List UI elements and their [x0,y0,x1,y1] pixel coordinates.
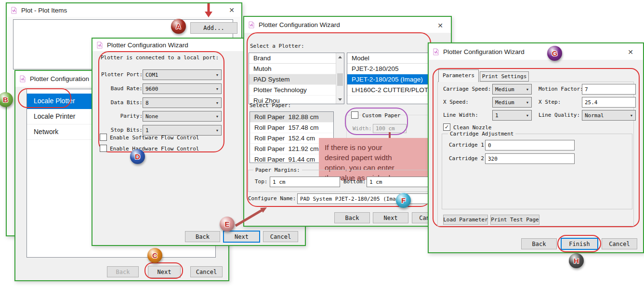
select-plotter-label: Select a Plotter: [250,43,304,50]
chevron-down-icon: ▼ [524,101,531,104]
parity-combo[interactable]: None▼ [143,111,222,122]
bottom-margin-input[interactable] [367,177,429,187]
select-paper-label: Select Paper: [250,102,291,109]
next-button[interactable]: Next [373,212,408,223]
back-button[interactable]: Back [107,266,139,277]
brand-item-selected[interactable]: PAD System [249,74,344,85]
finish-button[interactable]: Finish [561,238,598,250]
brand-header: Brand [249,53,344,64]
load-parameter-button[interactable]: Load Parameter [443,215,488,225]
marker-f: F [396,193,411,208]
plotter-port-combo[interactable]: COM1▼ [143,69,222,80]
chevron-down-icon: ▼ [213,73,221,77]
software-flow-checkbox[interactable] [100,134,107,141]
params-wizard-title: Plotter Configuration Wizard [443,48,525,55]
custom-paper-label: Custom Paper [362,112,400,119]
select-wizard-titlebar: Plotter Configuration Wizard ✕ [244,17,451,33]
paper-item-selected[interactable]: Roll Paper 182.88 cm [250,112,333,123]
model-header: Model [347,53,431,64]
chevron-down-icon: ▼ [213,101,221,105]
print-test-page-button[interactable]: Print Test Page [490,215,539,225]
line-width-label: Line Width: [443,110,478,121]
add-button[interactable]: Add... [190,22,237,34]
line-quality-combo[interactable]: Normal▼ [582,110,636,121]
cartridge-adjustment-label: Cartridge Adjustment [448,131,515,137]
scrollbar-down-icon[interactable] [338,98,342,101]
top-margin-input[interactable] [270,177,340,187]
window-params-wizard: Plotter Configuration Wizard ✕ Parameter… [428,42,644,253]
check-icon: ✓ [445,124,449,130]
x-speed-label: X Speed: [443,97,469,108]
screenshot-canvas: Plot - Plot Items ✕ Add... Plotter Confi… [0,0,644,287]
plotter-port-label: Plotter Port: [96,69,143,80]
port-heading: Plotter is connected to a local port: [101,55,219,61]
cartridge2-input[interactable] [485,153,575,164]
carriage-speed-label: Carriage Speed: [443,84,491,95]
model-item-selected[interactable]: PJET-2-180/205 (Image) [347,74,431,85]
select-wizard-title: Plotter Configuration Wizard [259,21,340,28]
motion-factor-label: Motion Factor: [539,84,583,95]
brand-item[interactable]: Mutoh [249,64,344,74]
close-icon[interactable]: ✕ [625,47,636,57]
back-button[interactable]: Back [185,231,220,242]
cartridge1-input[interactable] [485,140,575,150]
stop-bits-combo[interactable]: 1▼ [143,125,222,136]
chevron-down-icon: ▼ [213,115,221,118]
next-button[interactable]: Next [223,231,260,243]
model-item[interactable]: LH160C-2 CUTTER/PLOTTER [347,85,431,96]
software-flow-label: Enable Software Flow Control [110,135,199,141]
x-step-input[interactable] [582,97,636,108]
close-icon[interactable]: ✕ [434,21,446,30]
carriage-speed-combo[interactable]: Medium▼ [492,84,532,95]
back-button[interactable]: Back [334,212,370,223]
chevron-down-icon: ▼ [628,114,635,117]
marker-h: H [569,253,584,268]
configure-name-input[interactable] [297,193,431,204]
next-button[interactable]: Next [148,266,181,278]
back-button[interactable]: Back [521,238,557,249]
document-icon [248,21,255,28]
hardware-flow-label: Enable Hardware Flow Control [110,146,199,152]
scrollbar-thumb[interactable] [337,73,343,86]
line-quality-label: Line Quality: [539,110,580,121]
custom-paper-checkbox[interactable] [351,111,358,119]
baud-rate-combo[interactable]: 9600▼ [143,83,222,94]
brand-scrollbar[interactable] [336,53,344,104]
hardware-flow-checkbox[interactable] [100,145,107,152]
marker-e: E [220,217,235,232]
plot-titlebar: Plot - Plot Items ✕ [7,3,241,17]
port-wizard-title: Plotter Configuration Wizard [107,41,188,49]
close-icon[interactable]: ✕ [226,5,237,15]
scrollbar-up-icon[interactable] [338,56,342,58]
width-label: Width: [353,123,372,134]
chevron-down-icon: ▼ [213,129,221,132]
x-speed-combo[interactable]: Medium▼ [492,97,532,108]
chevron-down-icon: ▼ [524,88,531,91]
params-wizard-titlebar: Plotter Configuration Wizard ✕ [429,43,643,60]
cancel-button[interactable]: Cancel [263,231,298,242]
cartridge2-label: Cartridge 2 [449,153,484,164]
chevron-down-icon: ▼ [524,114,531,117]
paper-item[interactable]: Roll Paper 157.48 cm [250,123,333,133]
marker-d: D [130,149,145,164]
clean-nozzle-label: Clean Nozzle [453,124,491,131]
tab-print-settings[interactable]: Print Settings [480,71,529,82]
top-margin-label: Top: [255,177,268,187]
motion-factor-input[interactable] [582,84,636,95]
brand-list: Brand Mutoh PAD System Plotter Technolog… [249,53,344,104]
data-bits-combo[interactable]: 8▼ [143,97,222,108]
model-item[interactable]: PJET-2-180/205 [347,64,431,74]
paper-margins-label: Paper Margins: [253,167,302,173]
document-icon [96,41,103,49]
marker-c: C [147,248,162,263]
cancel-button[interactable]: Cancel [602,238,637,249]
tab-parameters[interactable]: Parameters [438,69,479,82]
cancel-button[interactable]: Cancel [190,266,223,277]
baud-rate-label: Baud Rate: [96,83,143,94]
clean-nozzle-checkbox[interactable]: ✓ [443,123,450,131]
document-icon [11,7,17,14]
configure-name-label: Configure Name: [248,193,296,204]
marker-g: G [547,46,562,61]
line-width-combo[interactable]: 1▼ [492,110,532,121]
brand-item[interactable]: Plotter Technology [249,85,344,96]
